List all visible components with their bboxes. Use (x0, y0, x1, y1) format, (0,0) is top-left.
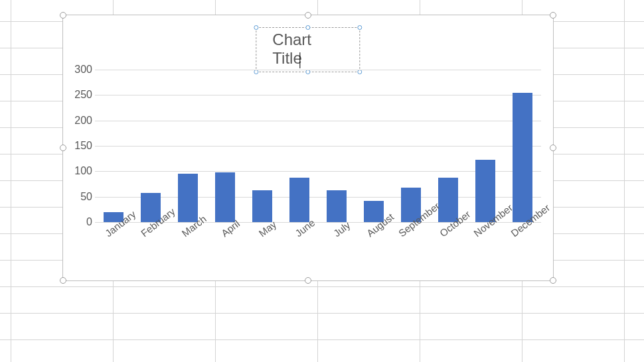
resize-handle-right-middle[interactable] (550, 145, 556, 151)
title-handle[interactable] (254, 25, 258, 30)
plot-area[interactable]: 050100150200250300 (95, 70, 541, 222)
bar[interactable] (327, 190, 347, 222)
resize-handle-bottom-left[interactable] (60, 277, 66, 284)
bar[interactable] (252, 190, 273, 222)
bar[interactable] (513, 93, 533, 223)
x-label-slot: January (95, 226, 132, 266)
y-tick-label: 50 (66, 191, 92, 203)
bar-slot (281, 70, 318, 222)
resize-handle-bottom-middle[interactable] (305, 277, 311, 284)
bar-slot (430, 70, 467, 222)
bar-slot (504, 70, 541, 222)
bar-slot (244, 70, 281, 222)
x-label-slot: July (318, 226, 355, 266)
chart-title-text[interactable]: Chart Title (272, 30, 311, 67)
resize-handle-bottom-right[interactable] (550, 277, 556, 284)
chart-object[interactable]: Chart Title 050100150200250300 JanuaryFe… (62, 15, 554, 281)
y-tick-label: 150 (66, 140, 92, 152)
y-tick-label: 250 (66, 89, 92, 101)
x-axis[interactable]: JanuaryFebruaryMarchAprilMayJuneJulyAugu… (95, 226, 541, 266)
x-label-slot: October (430, 226, 467, 266)
x-label-slot: August (355, 226, 392, 266)
resize-handle-top-middle[interactable] (305, 12, 311, 19)
bar-slot (467, 70, 504, 222)
title-handle[interactable] (305, 25, 310, 30)
bar-slot (132, 70, 169, 222)
x-label-slot: March (169, 226, 206, 266)
x-label-slot: May (244, 226, 281, 266)
x-label-slot: December (504, 226, 541, 266)
y-tick-label: 100 (66, 165, 92, 177)
bar-slot (355, 70, 392, 222)
x-label-slot: June (281, 226, 318, 266)
resize-handle-top-left[interactable] (60, 12, 66, 19)
x-label-slot: February (132, 226, 169, 266)
text-cursor (300, 52, 301, 68)
bar[interactable] (289, 178, 310, 222)
bar-slot (95, 70, 132, 222)
x-label-slot: September (392, 226, 430, 266)
resize-handle-top-right[interactable] (550, 12, 556, 19)
bar-slot (206, 70, 244, 222)
chart-title[interactable]: Chart Title (256, 27, 360, 72)
bar[interactable] (215, 172, 236, 222)
title-handle[interactable] (358, 25, 362, 30)
bar[interactable] (178, 174, 199, 222)
x-label-slot: April (206, 226, 244, 266)
bar-series[interactable] (95, 70, 541, 222)
bar-slot (318, 70, 355, 222)
bar-slot (392, 70, 430, 222)
y-tick-label: 300 (66, 64, 92, 76)
x-label-slot: November (467, 226, 504, 266)
bar-slot (169, 70, 206, 222)
y-tick-label: 0 (66, 216, 92, 228)
y-tick-label: 200 (66, 115, 92, 127)
